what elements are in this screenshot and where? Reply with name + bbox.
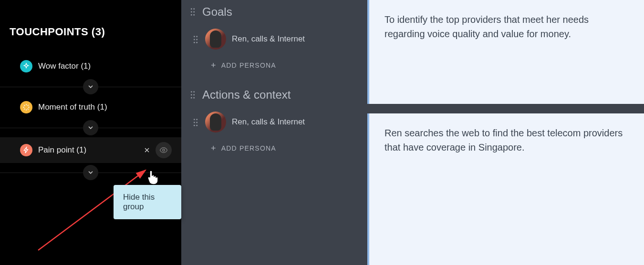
bolt-icon	[20, 144, 32, 156]
hide-group-button[interactable]	[156, 142, 172, 158]
svg-point-4	[191, 11, 192, 13]
svg-point-24	[194, 125, 195, 126]
tooltip-hide-group: Hide this group	[114, 185, 181, 219]
persona-name: Ren, calls & Internet	[232, 34, 305, 44]
touchpoint-label: Wow factor (1)	[38, 61, 91, 71]
touchpoint-row-pain-point[interactable]: Pain point (1)	[0, 137, 181, 163]
section-title: Actions & context	[202, 88, 291, 102]
svg-point-14	[191, 91, 192, 92]
svg-point-16	[191, 94, 192, 96]
sparkle-icon	[20, 60, 32, 72]
svg-point-10	[194, 39, 195, 41]
svg-point-17	[193, 94, 195, 96]
journey-content-column: To identify the top providers that meet …	[367, 0, 644, 265]
svg-point-8	[194, 36, 195, 37]
svg-point-3	[193, 8, 195, 10]
persona-row[interactable]: Ren, calls & Internet	[193, 26, 359, 52]
svg-point-21	[196, 119, 197, 120]
svg-point-6	[191, 14, 192, 16]
svg-point-15	[193, 91, 195, 92]
drag-handle-icon[interactable]	[193, 115, 199, 129]
touchpoint-label: Pain point (1)	[38, 145, 86, 155]
section-title: Goals	[202, 5, 232, 19]
expand-toggle[interactable]	[83, 165, 98, 180]
content-card-actions[interactable]: Ren searches the web to find the best te…	[367, 113, 644, 265]
divider	[0, 77, 181, 96]
touchpoint-row-moment-of-truth[interactable]: Moment of truth (1)	[0, 96, 181, 118]
svg-point-9	[196, 36, 197, 37]
touchpoints-sidebar: TOUCHPOINTS (3) Wow factor (1) Moment of…	[0, 0, 181, 265]
svg-point-5	[193, 11, 195, 13]
svg-point-18	[191, 97, 192, 99]
add-persona-label: ADD PERSONA	[221, 61, 276, 69]
drag-handle-icon[interactable]	[193, 32, 199, 46]
add-persona-label: ADD PERSONA	[221, 144, 276, 152]
svg-point-2	[191, 8, 192, 10]
plus-icon: +	[211, 61, 217, 70]
svg-point-19	[193, 97, 195, 99]
close-icon[interactable]	[140, 143, 154, 157]
content-card-goals[interactable]: To identify the top providers that meet …	[367, 0, 644, 104]
expand-toggle[interactable]	[83, 79, 98, 94]
plus-icon: +	[211, 144, 217, 153]
add-persona-button[interactable]: + ADD PERSONA	[211, 144, 359, 153]
add-persona-button[interactable]: + ADD PERSONA	[211, 61, 359, 70]
persona-name: Ren, calls & Internet	[232, 117, 305, 127]
expand-toggle[interactable]	[83, 120, 98, 135]
svg-point-13	[196, 42, 197, 43]
tooltip-text: Hide this group	[123, 193, 155, 211]
svg-point-23	[196, 122, 197, 123]
card-text: To identify the top providers that meet …	[369, 0, 644, 53]
svg-point-22	[194, 122, 195, 123]
svg-point-11	[196, 39, 197, 41]
sidebar-title: TOUCHPOINTS (3)	[0, 0, 181, 38]
journey-outline-column: Goals Ren, calls & Internet + ADD PERSON…	[181, 0, 367, 265]
divider	[0, 163, 181, 182]
section-actions-context: Actions & context Ren, calls & Internet …	[181, 83, 367, 163]
burst-icon	[20, 101, 32, 113]
svg-point-7	[193, 14, 195, 16]
divider	[0, 118, 181, 137]
avatar	[205, 112, 226, 132]
touchpoint-row-wow-factor[interactable]: Wow factor (1)	[0, 55, 181, 77]
svg-point-12	[194, 42, 195, 43]
touchpoint-label: Moment of truth (1)	[38, 102, 107, 112]
touchpoint-list: Wow factor (1) Moment of truth (1) Pain …	[0, 55, 181, 182]
drag-handle-icon[interactable]	[190, 5, 197, 18]
avatar	[205, 29, 226, 50]
persona-row[interactable]: Ren, calls & Internet	[193, 109, 359, 135]
card-text: Ren searches the web to find the best te…	[369, 113, 644, 167]
svg-point-20	[194, 119, 195, 120]
svg-point-25	[196, 125, 197, 126]
svg-point-0	[163, 149, 165, 152]
drag-handle-icon[interactable]	[190, 88, 197, 101]
section-goals: Goals Ren, calls & Internet + ADD PERSON…	[181, 0, 367, 80]
